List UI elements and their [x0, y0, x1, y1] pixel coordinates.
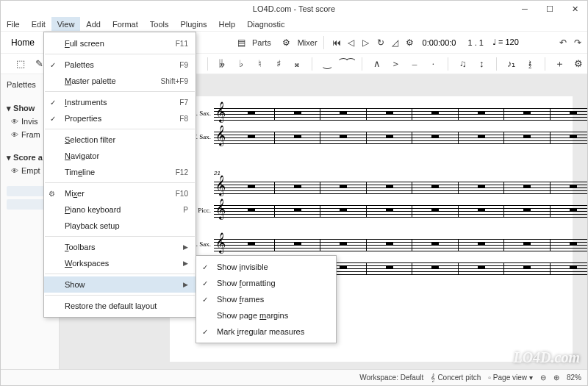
show-submenu: ✓Show invisible✓Show formatting✓Show fra… — [196, 255, 337, 343]
menu-item[interactable]: ✓PropertiesF8 — [44, 110, 196, 126]
rewind-icon[interactable]: ⏮ — [330, 36, 343, 49]
menu-item[interactable]: ✓PalettesF9 — [44, 57, 196, 73]
workspace-label[interactable]: Workspace: Default — [359, 374, 423, 382]
submenu-item[interactable]: ✓Show invisible — [196, 259, 336, 275]
menu-item[interactable]: ✓InstrumentsF7 — [44, 94, 196, 110]
mixer-label[interactable]: Mixer — [298, 38, 318, 47]
menu-item[interactable]: Show▶ — [44, 276, 196, 293]
parts-icon[interactable]: ▤ — [234, 36, 248, 49]
double-sharp[interactable]: 𝄪 — [291, 58, 303, 70]
home-button[interactable]: Home — [4, 36, 42, 49]
metronome-icon[interactable]: ◿ — [389, 36, 402, 49]
menu-add[interactable]: Add — [80, 17, 107, 31]
window-title: LO4D.com - Test score — [1, 4, 587, 13]
tie[interactable]: ‿ — [321, 58, 333, 70]
menu-item[interactable]: Restore the default layout — [44, 298, 196, 314]
zoom-out[interactable]: ⊖ — [540, 374, 546, 382]
add-button[interactable]: ＋ — [554, 57, 566, 71]
tenuto[interactable]: – — [409, 58, 420, 70]
redo-icon[interactable]: ↷ — [571, 36, 584, 49]
time-display: 0:00:00:0 — [423, 38, 456, 47]
submenu-item[interactable]: ✓Show frames — [196, 291, 336, 307]
settings-icon[interactable]: ⚙ — [404, 36, 417, 49]
menu-item[interactable]: TimelineF12 — [44, 164, 196, 180]
menu-view[interactable]: View — [51, 17, 81, 31]
parts-label[interactable]: Parts — [252, 38, 271, 47]
eye-icon: 👁 — [11, 131, 18, 139]
menu-item[interactable]: Navigator — [44, 148, 196, 164]
menu-item[interactable]: Piano keyboardP — [44, 201, 196, 218]
submenu-item[interactable]: ✓Mark irregular measures — [196, 324, 336, 340]
menu-item[interactable]: Selection filter — [44, 132, 196, 148]
page-view-select[interactable]: ▫ Page view ▾ — [488, 374, 533, 382]
staccato[interactable]: · — [428, 58, 440, 70]
voice-1[interactable]: ♪₁ — [506, 58, 517, 70]
gear-icon[interactable]: ⚙ — [573, 58, 584, 70]
eye-icon: 👁 — [11, 118, 18, 126]
menu-item[interactable]: Toolbars▶ — [44, 239, 196, 255]
menu-item[interactable]: Playback setup — [44, 218, 196, 234]
menu-diagnostic[interactable]: Diagnostic — [241, 17, 290, 31]
eye-icon: 👁 — [11, 167, 18, 175]
maximize-button[interactable]: ☐ — [537, 1, 562, 17]
zoom-level[interactable]: 82% — [567, 374, 581, 382]
menu-item[interactable]: Workspaces▶ — [44, 255, 196, 271]
submenu-item[interactable]: ✓Show formatting — [196, 275, 336, 291]
menu-plugins[interactable]: Plugins — [174, 17, 212, 31]
natural[interactable]: ♮ — [254, 58, 265, 70]
tuplet[interactable]: ♫ — [457, 58, 469, 70]
menu-item[interactable]: Full screenF11 — [44, 35, 196, 51]
menu-bar: FileEditViewAddFormatToolsPluginsHelpDia… — [1, 17, 587, 32]
select-tool[interactable]: ⬚ — [15, 58, 26, 70]
play-icon[interactable]: ▷ — [359, 36, 373, 49]
voice-2[interactable]: 𝄽₂ — [525, 58, 537, 70]
close-button[interactable]: ✕ — [562, 1, 587, 17]
loop-icon[interactable]: ↻ — [374, 36, 387, 49]
slur[interactable]: ⁀⁀ — [340, 58, 353, 70]
concert-pitch-toggle[interactable]: 𝄞 Concert pitch — [431, 374, 481, 382]
tempo-display: = 120 — [498, 37, 519, 46]
undo-icon[interactable]: ↶ — [556, 36, 570, 49]
status-bar: Workspace: Default 𝄞 Concert pitch ▫ Pag… — [1, 369, 587, 385]
beat-display: 1 . 1 — [467, 38, 483, 47]
app-window: LO4D.com - Test score ─ ☐ ✕ FileEditView… — [0, 0, 588, 386]
minimize-button[interactable]: ─ — [512, 1, 537, 17]
menu-edit[interactable]: Edit — [26, 17, 51, 31]
menu-format[interactable]: Format — [107, 17, 144, 31]
flat[interactable]: ♭ — [235, 58, 247, 70]
accent[interactable]: ＞ — [390, 57, 402, 71]
mixer-icon[interactable]: ⚙ — [280, 36, 293, 49]
sharp[interactable]: ♯ — [273, 58, 284, 70]
title-bar: LO4D.com - Test score ─ ☐ ✕ — [1, 1, 587, 17]
menu-help[interactable]: Help — [213, 17, 242, 31]
menu-file[interactable]: File — [1, 17, 26, 31]
marcato[interactable]: ∧ — [371, 58, 383, 70]
flip[interactable]: ↕ — [476, 58, 488, 70]
view-menu-dropdown: Full screenF11✓PalettesF9Master paletteS… — [43, 32, 196, 318]
menu-item[interactable]: Master paletteShift+F9 — [44, 73, 196, 89]
back-icon[interactable]: ◁ — [345, 36, 358, 49]
double-flat[interactable]: 𝄫 — [216, 58, 228, 70]
zoom-in[interactable]: ⊕ — [553, 374, 559, 382]
submenu-item[interactable]: Show page margins — [196, 307, 336, 324]
menu-tools[interactable]: Tools — [144, 17, 175, 31]
menu-item[interactable]: ⚙MixerF10 — [44, 185, 196, 201]
